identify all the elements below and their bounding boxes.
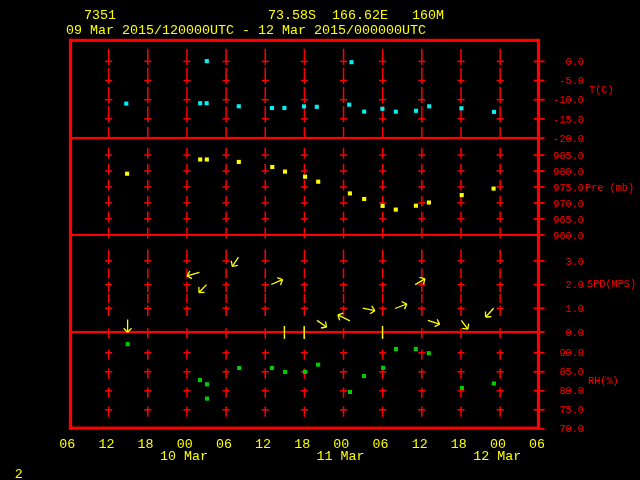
svg-text:-10.0: -10.0 [553,94,584,106]
svg-text:965.0: 965.0 [553,214,584,226]
svg-text:160M: 160M [412,8,444,23]
svg-text:18: 18 [138,437,154,452]
svg-text:12: 12 [98,437,114,452]
svg-text:18: 18 [294,437,310,452]
svg-text:06: 06 [59,437,75,452]
svg-text:10 Mar: 10 Mar [160,449,208,464]
svg-text:0.0: 0.0 [566,327,584,339]
svg-text:1.0: 1.0 [566,303,584,315]
svg-text:7351: 7351 [84,8,116,23]
svg-text:73.58S: 73.58S [268,8,316,23]
svg-text:960.0: 960.0 [553,230,584,242]
svg-text:0.0: 0.0 [566,56,584,68]
svg-text:06: 06 [216,437,232,452]
svg-text:12: 12 [412,437,428,452]
svg-text:12 Mar: 12 Mar [473,449,521,464]
svg-text:166.62E: 166.62E [332,8,388,23]
svg-text:980.0: 980.0 [553,166,584,178]
svg-text:11 Mar: 11 Mar [317,449,365,464]
svg-text:2.0: 2.0 [566,279,584,291]
svg-text:18: 18 [451,437,467,452]
svg-text:75.0: 75.0 [559,404,584,416]
svg-text:-5.0: -5.0 [559,75,584,87]
svg-text:-20.0: -20.0 [553,133,584,145]
svg-text:85.0: 85.0 [559,366,584,378]
svg-text:80.0: 80.0 [559,385,584,397]
svg-text:06: 06 [373,437,389,452]
svg-text:RH(%): RH(%) [588,375,619,387]
svg-text:12: 12 [255,437,271,452]
svg-text:06: 06 [529,437,545,452]
svg-text:975.0: 975.0 [553,182,584,194]
svg-text:90.0: 90.0 [559,347,584,359]
svg-text:09 Mar 2015/120000UTC - 12 Mar: 09 Mar 2015/120000UTC - 12 Mar 2015/0000… [66,23,426,38]
svg-text:Pre (mb): Pre (mb) [585,182,634,194]
svg-text:3.0: 3.0 [566,256,584,268]
svg-text:970.0: 970.0 [553,198,584,210]
svg-text:2: 2 [15,467,23,480]
svg-text:70.0: 70.0 [559,423,584,435]
svg-text:T(C): T(C) [589,84,614,96]
svg-text:-15.0: -15.0 [553,114,584,126]
svg-text:985.0: 985.0 [553,150,584,162]
svg-text:SPD(MPS): SPD(MPS) [587,278,636,290]
